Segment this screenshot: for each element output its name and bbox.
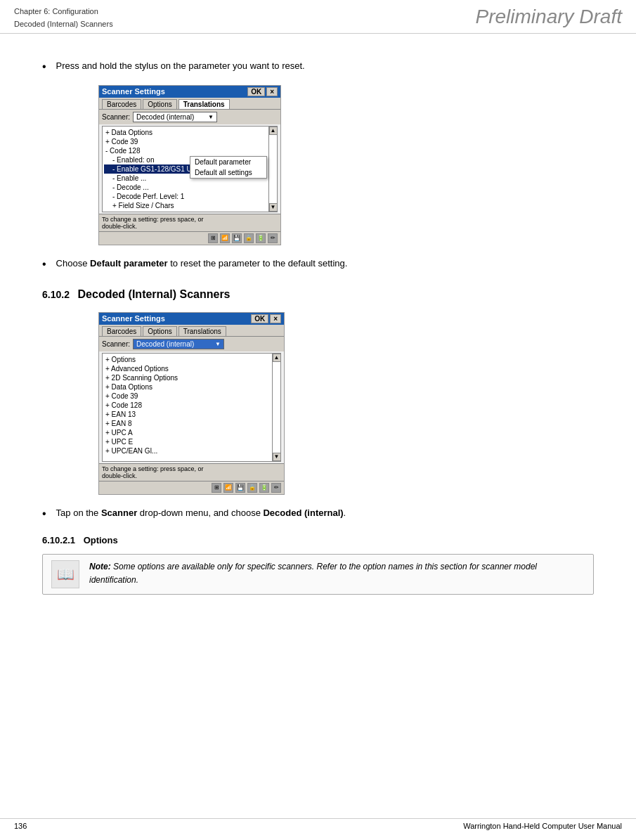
taskbar-2: ⊞ 📶 💾 🔒 🔋 ✏ <box>99 481 284 494</box>
save-icon-2: 💾 <box>235 483 245 493</box>
ok-button-1[interactable]: OK <box>247 87 265 96</box>
bullet3-bold2: Decoded (internal) <box>263 508 343 518</box>
bullet2-suffix: to reset the parameter to the default se… <box>168 258 348 269</box>
ok-button-2[interactable]: OK <box>251 314 268 323</box>
scroll-down-1[interactable]: ▼ <box>269 203 278 212</box>
bullet-item-1: • Press and hold the stylus on the param… <box>42 59 594 74</box>
bullet-text-2: Choose Default parameter to reset the pa… <box>56 257 594 271</box>
list-item: + EAN 8 <box>104 419 271 428</box>
list-item: + Code 128 <box>104 401 271 410</box>
lock-icon-2: 🔒 <box>247 483 257 493</box>
list-item: - Code 128 <box>104 146 267 155</box>
section-label: Decoded (Internal) Scanners <box>14 18 113 31</box>
battery-icon: 🔋 <box>256 233 266 243</box>
scroll-track-1 <box>269 135 277 203</box>
preliminary-draft-title: Preliminary Draft <box>476 6 622 28</box>
subsection-number: 6.10.2.1 <box>42 535 75 545</box>
save-icon: 💾 <box>232 233 242 243</box>
note-box: 📖 Note: Some options are available only … <box>42 554 594 595</box>
note-text: Note: Some options are available only fo… <box>89 560 585 587</box>
scanner-row-2: Scanner: Decoded (internal) ▼ <box>99 337 284 351</box>
list-item: + Data Options <box>104 382 271 392</box>
pen-icon-2: ✏ <box>271 483 281 493</box>
battery-icon-2: 🔋 <box>259 483 269 493</box>
bullet-dot-2: • <box>42 258 46 271</box>
list-item: + UPC E <box>104 437 271 446</box>
scroll-up-2[interactable]: ▲ <box>273 354 281 362</box>
title-bar-2: Scanner Settings OK × <box>99 313 284 325</box>
lock-icon: 🔒 <box>244 233 254 243</box>
scanner-label-1: Scanner: <box>102 113 130 121</box>
scroll-down-2[interactable]: ▼ <box>273 453 281 461</box>
tab-barcodes-1[interactable]: Barcodes <box>102 99 141 109</box>
scanner-value-2: Decoded (internal) <box>136 340 194 348</box>
page-header: Chapter 6: Configuration Decoded (Intern… <box>0 0 636 34</box>
pen-icon: ✏ <box>268 233 278 243</box>
wifi-icon: 📶 <box>220 233 230 243</box>
status-bar-1: To change a setting: press space, ordoub… <box>99 214 280 231</box>
start-icon-2[interactable]: ⊞ <box>212 483 221 493</box>
tab-options-1[interactable]: Options <box>143 99 176 109</box>
list-item: + EAN 13 <box>104 410 271 419</box>
scroll-track-2 <box>273 362 280 453</box>
note-label: Note: <box>89 562 111 571</box>
page-number: 136 <box>14 822 27 830</box>
bullet-dot-1: • <box>42 60 46 73</box>
list-item: - Decode ... <box>104 183 267 192</box>
dropdown-arrow-1: ▼ <box>208 114 214 120</box>
title-bar-buttons-2: OK × <box>251 314 281 323</box>
dropdown-arrow-2: ▼ <box>215 341 221 347</box>
list-item: - Decode Perf. Level: 1 <box>104 192 267 201</box>
scanner-list-1: + Data Options + Code 39 - Code 128 - En… <box>102 126 278 212</box>
list-item: + Data Options <box>104 128 267 137</box>
scroll-up-1[interactable]: ▲ <box>269 127 278 135</box>
tab-options-2[interactable]: Options <box>143 326 176 336</box>
scanner-dropdown-1[interactable]: Decoded (internal) ▼ <box>133 112 217 122</box>
list-item: + Options <box>104 355 271 364</box>
close-button-1[interactable]: × <box>266 87 278 96</box>
list-item: + Field Size / Chars <box>104 201 267 210</box>
status-bar-2: To change a setting: press space, ordoub… <box>99 463 284 481</box>
page-footer: 136 Warrington Hand-Held Computer User M… <box>0 818 636 833</box>
scrollbar-1[interactable]: ▲ ▼ <box>268 127 277 212</box>
screenshot-2: Scanner Settings OK × Barcodes Options T… <box>98 312 285 495</box>
scanner-list-2: + Options + Advanced Options + 2D Scanni… <box>102 353 281 462</box>
tabs-1: Barcodes Options Translations <box>99 98 280 110</box>
screenshot-1: Scanner Settings OK × Barcodes Options T… <box>98 85 281 245</box>
scanner-value-1: Decoded (internal) <box>136 113 194 121</box>
scanner-dropdown-2[interactable]: Decoded (internal) ▼ <box>133 339 224 349</box>
tab-translations-2[interactable]: Translations <box>179 326 226 336</box>
scanner-label-2: Scanner: <box>102 340 130 348</box>
scrollbar-2[interactable]: ▲ ▼ <box>272 354 280 461</box>
bullet3-middle: drop-down menu, and choose <box>137 508 263 518</box>
list-item: + Code 39 <box>104 392 271 401</box>
bullet-item-3: • Tap on the Scanner drop-down menu, and… <box>42 506 594 521</box>
bullet2-prefix: Choose <box>56 258 90 269</box>
list-item: + 2D Scanning Options <box>104 373 271 382</box>
list-item: + UPC/EAN Gl... <box>104 446 271 455</box>
scanner-row-1: Scanner: Decoded (internal) ▼ <box>99 110 280 124</box>
section-number: 6.10.2 <box>42 289 70 300</box>
bullet-text-1: Press and hold the stylus on the paramet… <box>56 59 594 74</box>
context-menu-1: Default parameter Default all settings <box>190 156 267 179</box>
subsection-heading: 6.10.2.1 Options <box>42 535 594 545</box>
tab-barcodes-2[interactable]: Barcodes <box>102 326 141 336</box>
default-all-settings-item[interactable]: Default all settings <box>190 167 266 178</box>
page-content: • Press and hold the stylus on the param… <box>0 34 636 616</box>
tab-translations-1[interactable]: Translations <box>179 99 230 109</box>
list-item: + Code 39 <box>104 137 267 146</box>
note-content: Some options are available only for spec… <box>89 562 537 585</box>
list-item: + Advanced Options <box>104 364 271 373</box>
subsection-title: Options <box>84 535 118 545</box>
default-parameter-item[interactable]: Default parameter <box>190 157 266 167</box>
bullet3-prefix: Tap on the <box>56 508 101 518</box>
start-icon[interactable]: ⊞ <box>208 233 218 243</box>
bullet2-bold: Default parameter <box>90 258 168 269</box>
bullet-item-2: • Choose Default parameter to reset the … <box>42 257 594 271</box>
close-button-2[interactable]: × <box>270 314 281 323</box>
title-bar-1: Scanner Settings OK × <box>99 86 280 98</box>
bullet-text-3: Tap on the Scanner drop-down menu, and c… <box>56 506 594 521</box>
taskbar-1: ⊞ 📶 💾 🔒 🔋 ✏ <box>99 231 280 245</box>
bullet3-suffix: . <box>344 508 346 518</box>
scanner-settings-title-1: Scanner Settings <box>102 87 165 96</box>
